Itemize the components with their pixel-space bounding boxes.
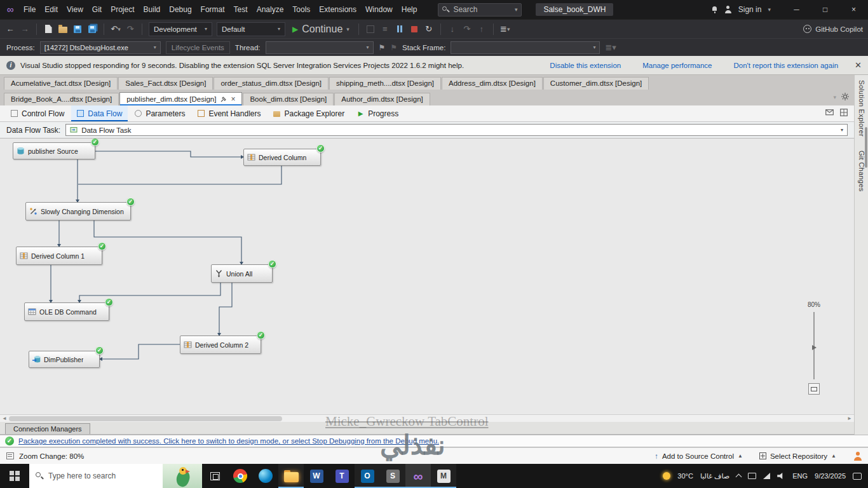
taskbar-app-chrome[interactable] xyxy=(227,464,253,488)
close-button[interactable]: × xyxy=(839,0,868,19)
dataflow-node-ole-db-command[interactable]: OLE DB Command✓ xyxy=(24,302,109,321)
debugbar-options-icon[interactable]: ≣▾ xyxy=(605,42,616,53)
designer-tab-event-handlers[interactable]: Event Handlers xyxy=(192,105,266,121)
search-highlight-image[interactable] xyxy=(163,464,202,488)
menu-window[interactable]: Window xyxy=(361,3,397,17)
add-to-source-control-button[interactable]: ↑ Add to Source Control ▲ xyxy=(654,452,743,460)
dataflow-node-publisher-source[interactable]: publisher Source✓ xyxy=(13,142,95,159)
solution-platform-dropdown[interactable]: Default ▾ xyxy=(217,22,285,36)
display-icon[interactable] xyxy=(748,473,756,479)
tab-list-chevron-icon[interactable]: ▾ xyxy=(833,94,836,100)
menu-file[interactable]: File xyxy=(19,3,40,17)
task-view-button[interactable] xyxy=(202,464,227,488)
watch-icon[interactable]: ≡ xyxy=(380,24,390,35)
hot-reload-icon[interactable] xyxy=(365,24,376,35)
dataflow-node-derived-column-2[interactable]: Derived Column 2✓ xyxy=(180,336,261,354)
notifications-icon[interactable] xyxy=(712,6,718,13)
clock-date[interactable]: 9/23/2025 xyxy=(815,472,846,480)
search-box[interactable]: Search ▾ xyxy=(438,3,522,17)
document-tab-shipping-meth-dtsx-design[interactable]: shipping_meth....dtsx [Design] xyxy=(329,77,441,90)
vertical-scrollbar-thumb[interactable] xyxy=(865,127,867,168)
break-all-icon[interactable] xyxy=(395,24,405,35)
document-tab-publisher-dim-dtsx-design[interactable]: publisher_dim.dtsx [Design]× xyxy=(119,92,242,105)
scroll-left-icon[interactable]: ◄ xyxy=(0,416,9,421)
select-repository-button[interactable]: Select Repository ▲ xyxy=(759,452,836,460)
feedback-icon[interactable] xyxy=(825,109,834,118)
taskbar-search-box[interactable]: Type here to search xyxy=(29,464,202,488)
step-out-icon[interactable]: ↑ xyxy=(477,24,487,35)
dataflow-node-derived-column[interactable]: Derived Column✓ xyxy=(243,149,321,166)
zoom-to-fit-button[interactable] xyxy=(808,383,820,395)
designer-tab-parameters[interactable]: Parameters xyxy=(129,105,191,121)
designer-tab-data-flow[interactable]: Data Flow xyxy=(71,105,128,121)
step-into-icon[interactable]: ↓ xyxy=(447,24,458,35)
dataflow-node-union-all[interactable]: Union All✓ xyxy=(211,264,273,283)
menu-project[interactable]: Project xyxy=(106,3,139,17)
zoom-slider-thumb[interactable] xyxy=(812,345,817,350)
tray-overflow-chevron-icon[interactable] xyxy=(736,474,742,480)
navigate-back-icon[interactable]: ← xyxy=(5,24,15,35)
document-tab-address-dim-dtsx-design[interactable]: Address_dim.dtsx [Design] xyxy=(442,77,543,90)
menu-git[interactable]: Git xyxy=(88,3,106,17)
show-threads-icon[interactable]: ⚑ xyxy=(379,43,386,52)
taskbar-app-word[interactable]: W xyxy=(304,464,329,488)
horizontal-scrollbar[interactable]: ◄ ► xyxy=(0,414,854,422)
navigate-forward-icon[interactable]: → xyxy=(20,24,30,35)
scrollbar-thumb[interactable] xyxy=(9,416,282,421)
weather-sun-icon[interactable] xyxy=(663,472,670,480)
infobar-action-disable-this-extension[interactable]: Disable this extension xyxy=(550,62,621,69)
redo-icon[interactable]: ↷ xyxy=(125,24,135,35)
weather-temperature[interactable]: 30°C xyxy=(677,472,693,480)
side-tab-solution-explorer[interactable]: Solution Explorer xyxy=(858,80,865,137)
dataflow-node-slowly-changing-dimension[interactable]: Slowly Changing Dimension✓ xyxy=(25,202,131,220)
dataflow-node-dim-publisher[interactable]: DimPublisher✓ xyxy=(29,351,100,368)
network-icon[interactable] xyxy=(763,473,770,479)
dataflow-connector[interactable] xyxy=(94,220,241,264)
menu-view[interactable]: View xyxy=(62,3,88,17)
menu-format[interactable]: Format xyxy=(196,3,229,17)
process-dropdown[interactable]: [14272] DtsDebugHost.exe ▾ xyxy=(40,41,161,54)
action-center-icon[interactable] xyxy=(853,473,862,480)
lifecycle-events-button[interactable]: Lifecycle Events xyxy=(166,41,230,54)
start-button[interactable] xyxy=(0,464,29,488)
document-tab-acumelative-fact-dtsx-design[interactable]: Acumelative_fact.dtsx [Design] xyxy=(4,77,118,90)
volume-icon[interactable] xyxy=(777,473,785,480)
document-tab-author-dim-dtsx-design[interactable]: Author_dim.dtsx [Design] xyxy=(334,93,430,105)
dataflow-connector[interactable] xyxy=(100,344,180,359)
taskbar-app-outlook[interactable]: O xyxy=(355,464,380,488)
github-copilot-button[interactable]: GitHub Copilot xyxy=(803,25,863,33)
new-file-icon[interactable] xyxy=(43,24,53,35)
dataflow-connector[interactable] xyxy=(219,283,232,336)
taskbar-app-teams[interactable]: T xyxy=(329,464,355,488)
menu-tools[interactable]: Tools xyxy=(288,3,315,17)
user-presence-icon[interactable] xyxy=(853,452,862,461)
menu-analyze[interactable]: Analyze xyxy=(252,3,288,17)
flag-icon[interactable]: ⚑ xyxy=(390,43,397,52)
dataflow-node-derived-column-1[interactable]: Derived Column 1✓ xyxy=(16,247,102,265)
designer-tab-control-flow[interactable]: Control Flow xyxy=(5,105,70,121)
taskbar-app-sql-server[interactable]: S xyxy=(380,464,405,488)
maximize-button[interactable]: □ xyxy=(811,0,839,19)
save-icon[interactable] xyxy=(72,24,83,35)
undo-icon[interactable]: ↶▾ xyxy=(111,24,121,35)
taskbar-app-edge[interactable] xyxy=(253,464,278,488)
restart-icon[interactable]: ↻ xyxy=(424,24,434,35)
taskbar-app-file-explorer[interactable] xyxy=(278,464,304,488)
solution-configuration-dropdown[interactable]: Development ▾ xyxy=(149,22,212,36)
taskbar-app-ssms[interactable]: M xyxy=(431,464,456,488)
dataflow-connector[interactable] xyxy=(95,151,243,157)
connection-managers-tab[interactable]: Connection Managers xyxy=(5,423,90,434)
document-tab-sales-fact-dtsx-design[interactable]: Sales_Fact.dtsx [Design] xyxy=(118,77,213,90)
stack-frame-dropdown[interactable]: ▾ xyxy=(451,41,600,54)
infobar-action-manage-performance[interactable]: Manage performance xyxy=(642,62,712,69)
close-tab-icon[interactable]: × xyxy=(231,96,235,102)
pin-icon[interactable] xyxy=(220,97,226,102)
continue-debug-button[interactable]: ▶ Continue ▾ xyxy=(290,24,352,35)
data-flow-design-surface[interactable]: 80% publisher Source✓Derived Column✓Slow… xyxy=(0,139,854,414)
open-folder-icon[interactable] xyxy=(58,24,68,35)
side-tab-git-changes[interactable]: Git Changes xyxy=(858,151,865,191)
infobar-action-don-t-report-this-extension-again[interactable]: Don't report this extension again xyxy=(734,62,839,69)
menu-help[interactable]: Help xyxy=(397,3,422,17)
menu-edit[interactable]: Edit xyxy=(40,3,62,17)
dataflow-connector[interactable] xyxy=(78,166,281,184)
